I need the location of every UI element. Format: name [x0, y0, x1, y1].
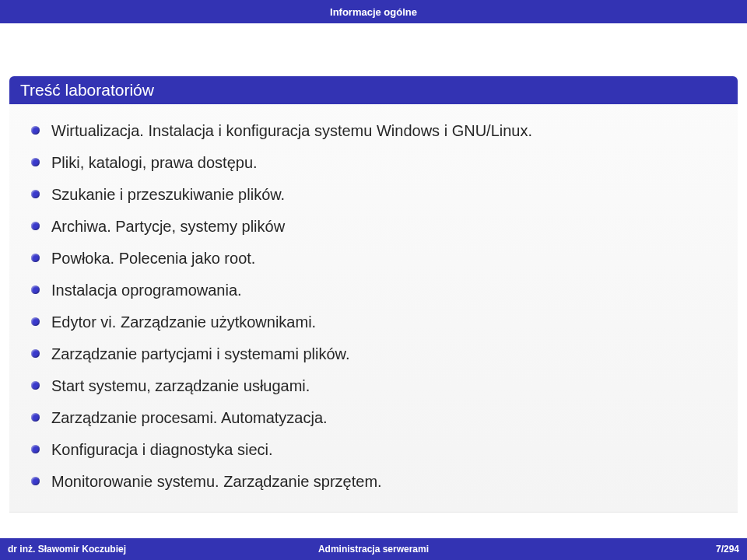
- footer-author: dr inż. Sławomir Koczubiej: [0, 544, 251, 555]
- slide: Informacje ogólne Treść laboratoriów Wir…: [0, 0, 747, 560]
- content-block: Treść laboratoriów Wirtualizacja. Instal…: [9, 76, 738, 513]
- list-item: Powłoka. Polecenia jako root.: [31, 243, 727, 275]
- list-item: Monitorowanie systemu. Zarządzanie sprzę…: [31, 466, 727, 498]
- list-item: Wirtualizacja. Instalacja i konfiguracja…: [31, 115, 727, 147]
- slide-header: Informacje ogólne: [0, 0, 747, 23]
- list-item: Konfiguracja i diagnostyka sieci.: [31, 434, 727, 466]
- list-item: Edytor vi. Zarządzanie użytkownikami.: [31, 306, 727, 338]
- block-body: Wirtualizacja. Instalacja i konfiguracja…: [9, 104, 738, 502]
- list-item: Zarządzanie procesami. Automatyzacja.: [31, 402, 727, 434]
- slide-body: Treść laboratoriów Wirtualizacja. Instal…: [0, 53, 747, 534]
- footer-title: Administracja serwerami: [251, 544, 495, 555]
- list-item: Pliki, katalogi, prawa dostępu.: [31, 147, 727, 179]
- block-title: Treść laboratoriów: [9, 76, 738, 104]
- list-item: Start systemu, zarządzanie usługami.: [31, 370, 727, 402]
- slide-footer: dr inż. Sławomir Koczubiej Administracja…: [0, 538, 747, 560]
- footer-page: 7/294: [496, 544, 747, 555]
- list-item: Zarządzanie partycjami i systemami plikó…: [31, 338, 727, 370]
- section-tab: Informacje ogólne: [316, 3, 431, 21]
- item-list: Wirtualizacja. Instalacja i konfiguracja…: [31, 115, 727, 498]
- list-item: Szukanie i przeszukiwanie plików.: [31, 179, 727, 211]
- list-item: Archiwa. Partycje, systemy plików: [31, 211, 727, 243]
- list-item: Instalacja oprogramowania.: [31, 275, 727, 306]
